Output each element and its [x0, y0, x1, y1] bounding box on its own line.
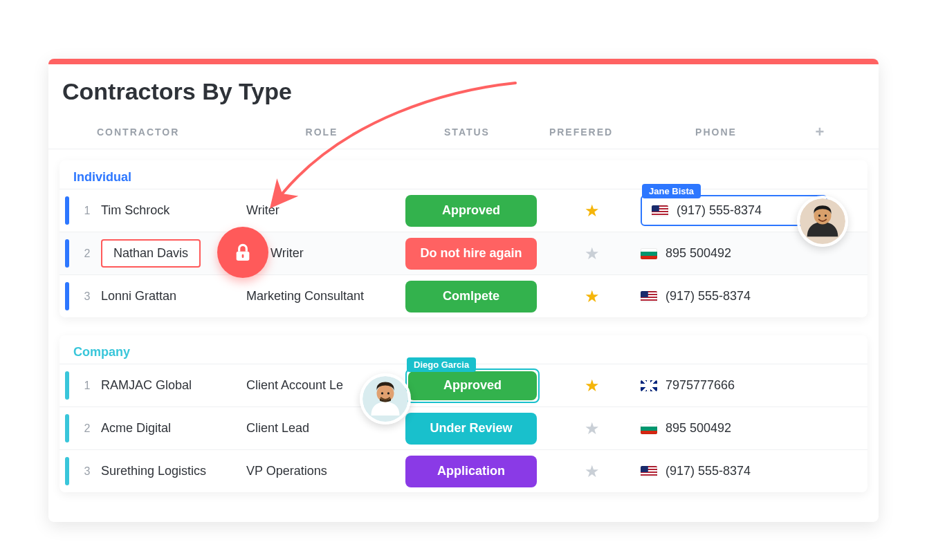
flag-icon-us — [652, 205, 668, 216]
role-cell[interactable]: nior Writer — [246, 246, 405, 261]
card-top-accent — [48, 59, 879, 64]
role-cell[interactable]: Writer — [246, 203, 405, 218]
table-headers: CONTRACTOR ROLE STATUS PREFERED PHONE + — [48, 115, 879, 149]
phone-cell[interactable]: 895 500492 — [641, 246, 827, 261]
star-icon[interactable]: ★ — [544, 377, 641, 394]
svg-rect-1 — [242, 254, 244, 258]
flag-icon-us — [641, 291, 657, 302]
phone-number: (917) 555-8374 — [666, 464, 751, 478]
row-accent — [65, 371, 69, 400]
phone-cell[interactable]: 895 500492 — [641, 421, 827, 436]
star-icon[interactable]: ★ — [544, 420, 641, 437]
table-row[interactable]: 1 RAMJAC Global Client Account Le Diego … — [59, 364, 868, 407]
contractor-name-cell[interactable]: Acme Digital — [101, 421, 246, 436]
header-prefered[interactable]: PREFERED — [533, 127, 630, 138]
add-column-button[interactable]: + — [802, 123, 837, 141]
svg-point-4 — [818, 214, 820, 216]
star-icon[interactable]: ★ — [544, 463, 641, 480]
section-company: Company 1 RAMJAC Global Client Account L… — [59, 335, 868, 492]
table-row[interactable]: 2 Nathan Davis nior Writer Do not hire a… — [59, 232, 868, 274]
status-pill[interactable]: Application — [405, 456, 537, 487]
avatar-diego — [360, 373, 411, 424]
table-row[interactable]: 3 Surething Logistics VP Operations Appl… — [59, 449, 868, 492]
table-row[interactable]: 2 Acme Digital Client Lead Under Review … — [59, 407, 868, 449]
section-individual: Individual 1 Tim Schrock Writer Approved… — [59, 160, 868, 317]
status-cell-highlighted[interactable]: Diego Garcia Approved — [405, 368, 544, 403]
status-pill[interactable]: Do not hire again — [405, 238, 537, 270]
page-title: Contractors By Type — [62, 78, 879, 105]
row-accent — [65, 282, 69, 310]
contractor-name-cell[interactable]: Surething Logistics — [101, 464, 246, 478]
presence-chip-jane: Jane Bista — [642, 184, 701, 198]
status-pill[interactable]: Under Review — [405, 413, 537, 445]
header-status[interactable]: STATUS — [401, 127, 533, 138]
svg-point-9 — [387, 392, 389, 394]
phone-number: 895 500492 — [666, 246, 731, 261]
flag-icon-bg — [641, 248, 657, 259]
star-icon[interactable]: ★ — [544, 245, 641, 262]
star-icon[interactable]: ★ — [544, 203, 641, 219]
star-icon[interactable]: ★ — [544, 288, 641, 305]
role-cell[interactable]: VP Operations — [246, 464, 405, 478]
table-row[interactable]: 1 Tim Schrock Writer Approved ★ Jane Bis… — [59, 189, 868, 232]
status-pill[interactable]: Approved — [408, 371, 537, 400]
svg-point-5 — [825, 214, 827, 216]
phone-number: (917) 555-8374 — [666, 289, 751, 304]
status-pill[interactable]: Comlpete — [405, 281, 537, 312]
phone-number: 7975777666 — [666, 378, 735, 393]
contractors-card: Contractors By Type CONTRACTOR ROLE STAT… — [48, 59, 879, 522]
section-title-individual[interactable]: Individual — [59, 160, 868, 189]
phone-cell[interactable]: 7975777666 — [641, 378, 827, 393]
header-contractor[interactable]: CONTRACTOR — [97, 127, 242, 138]
row-accent — [65, 196, 69, 225]
flag-icon-bg — [641, 423, 657, 434]
svg-point-8 — [381, 392, 383, 394]
phone-number: 895 500492 — [666, 421, 731, 436]
contractor-name-cell[interactable]: Lonni Grattan — [101, 289, 246, 304]
row-accent — [65, 414, 69, 442]
role-cell[interactable]: Marketing Consultant — [246, 289, 405, 304]
table-row[interactable]: 3 Lonni Grattan Marketing Consultant Com… — [59, 274, 868, 317]
contractor-name: Nathan Davis — [113, 246, 188, 260]
row-accent — [65, 457, 69, 485]
header-role[interactable]: ROLE — [242, 127, 401, 138]
phone-cell[interactable]: (917) 555-8374 — [641, 464, 827, 478]
status-pill[interactable]: Approved — [405, 195, 537, 227]
lock-icon — [217, 227, 268, 278]
contractor-name-cell[interactable]: Tim Schrock — [101, 203, 246, 218]
avatar-jane — [797, 196, 848, 247]
phone-number: (917) 555-8374 — [677, 203, 762, 218]
flag-icon-us — [641, 466, 657, 477]
contractor-name-cell[interactable]: RAMJAC Global — [101, 378, 246, 393]
row-accent — [65, 239, 69, 268]
header-phone[interactable]: PHONE — [630, 127, 802, 138]
padlock-icon — [232, 241, 254, 263]
flag-icon-gb — [641, 380, 657, 391]
presence-chip-diego: Diego Garcia — [407, 357, 476, 372]
phone-cell[interactable]: (917) 555-8374 — [641, 289, 827, 304]
